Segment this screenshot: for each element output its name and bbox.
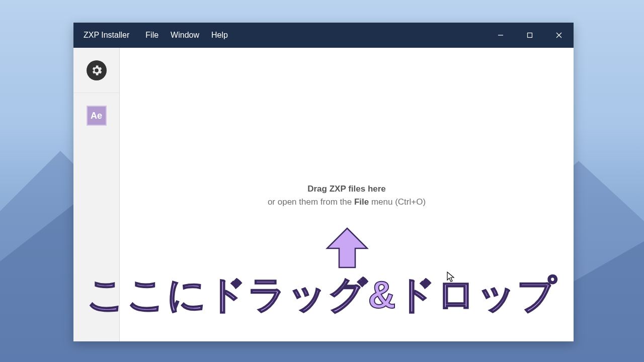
drop-zone[interactable]: Drag ZXP files here or open them from th…	[120, 48, 574, 341]
menu-window[interactable]: Window	[165, 23, 205, 48]
ae-icon: Ae	[87, 106, 107, 126]
app-title: ZXP Installer	[73, 31, 139, 40]
menu-bar: File Window Help	[139, 23, 234, 48]
drop-line2-pre: or open them from the	[268, 197, 354, 207]
menu-file[interactable]: File	[139, 23, 165, 48]
drop-zone-text: Drag ZXP files here or open them from th…	[120, 183, 574, 209]
titlebar[interactable]: ZXP Installer File Window Help	[73, 23, 574, 48]
sidebar-ae[interactable]: Ae	[73, 93, 119, 138]
drop-line1: Drag ZXP files here	[120, 183, 574, 196]
drop-line2: or open them from the File menu (Ctrl+O)	[120, 196, 574, 209]
minimize-button[interactable]	[486, 23, 515, 48]
ae-label: Ae	[91, 111, 102, 121]
close-button[interactable]	[544, 23, 574, 48]
gear-icon	[87, 60, 107, 80]
sidebar: Ae	[73, 48, 120, 341]
desktop-background: ZXP Installer File Window Help	[0, 0, 644, 362]
menu-help[interactable]: Help	[205, 23, 234, 48]
drop-line2-post: menu (Ctrl+O)	[369, 197, 426, 207]
window-body: Ae Drag ZXP files here or open them from…	[73, 48, 574, 341]
app-window: ZXP Installer File Window Help	[73, 23, 574, 341]
svg-rect-1	[528, 33, 532, 38]
sidebar-settings[interactable]	[73, 48, 119, 93]
maximize-button[interactable]	[515, 23, 544, 48]
drop-line2-bold: File	[354, 197, 369, 207]
window-controls	[486, 23, 574, 48]
